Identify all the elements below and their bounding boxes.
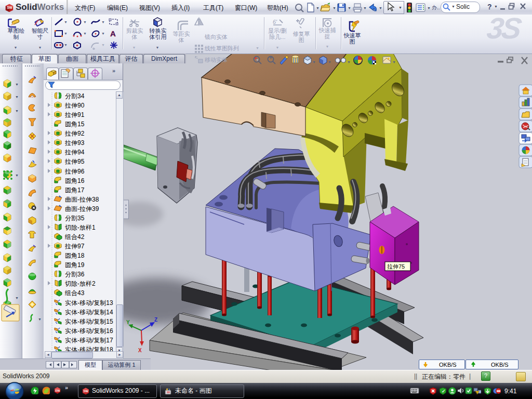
svg-text:X: X xyxy=(138,348,142,353)
svg-text:拉伸75: 拉伸75 xyxy=(387,263,405,270)
svg-text:OKB/S: OKB/S xyxy=(439,362,457,368)
svg-text:▼: ▼ xyxy=(15,83,19,86)
svg-text:SW: SW xyxy=(7,6,12,9)
svg-text:SW: SW xyxy=(83,389,88,393)
svg-text:▼: ▼ xyxy=(328,60,331,64)
svg-text:✓: ✓ xyxy=(442,389,446,394)
svg-text:!: ! xyxy=(476,392,477,395)
svg-text:▼: ▼ xyxy=(347,60,351,64)
svg-text:OKB/S: OKB/S xyxy=(491,362,509,368)
svg-text:▼: ▼ xyxy=(15,174,19,177)
svg-text:A: A xyxy=(110,29,116,38)
svg-text:Y: Y xyxy=(126,320,130,325)
svg-text:▼: ▼ xyxy=(15,95,19,99)
svg-text:▼: ▼ xyxy=(38,317,42,321)
svg-text:▼: ▼ xyxy=(312,60,316,64)
svg-text:▼: ▼ xyxy=(392,60,396,64)
svg-text:Z: Z xyxy=(154,317,157,323)
svg-text:▼: ▼ xyxy=(15,109,19,113)
svg-text:▼: ▼ xyxy=(15,296,19,300)
svg-text:6′: 6′ xyxy=(273,19,277,25)
svg-text:SW: SW xyxy=(55,389,60,392)
